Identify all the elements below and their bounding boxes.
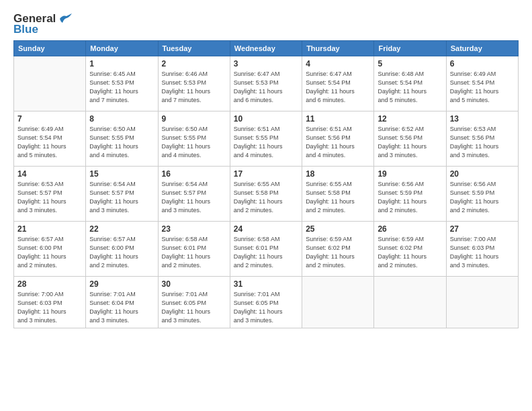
calendar-day-cell: 15Sunrise: 6:54 AM Sunset: 5:57 PM Dayli… [86,167,158,222]
calendar-day-cell: 23Sunrise: 6:58 AM Sunset: 6:01 PM Dayli… [158,222,230,277]
day-number: 14 [17,169,82,179]
weekday-header-cell: Thursday [302,41,374,56]
calendar-day-cell: 5Sunrise: 6:48 AM Sunset: 5:54 PM Daylig… [374,56,446,111]
day-number: 1 [89,59,154,68]
calendar-day-cell [14,56,86,111]
day-number: 22 [89,224,154,234]
day-info: Sunrise: 6:50 AM Sunset: 5:55 PM Dayligh… [89,125,154,160]
day-info: Sunrise: 6:56 AM Sunset: 5:59 PM Dayligh… [450,180,515,215]
day-info: Sunrise: 6:47 AM Sunset: 5:54 PM Dayligh… [306,70,370,105]
day-info: Sunrise: 6:55 AM Sunset: 5:58 PM Dayligh… [306,180,370,215]
day-number: 5 [378,59,442,68]
day-number: 7 [17,114,82,124]
weekday-header-cell: Monday [86,41,158,56]
day-info: Sunrise: 6:47 AM Sunset: 5:53 PM Dayligh… [234,70,298,105]
calendar-day-cell: 19Sunrise: 6:56 AM Sunset: 5:59 PM Dayli… [374,167,446,222]
calendar-day-cell: 28Sunrise: 7:00 AM Sunset: 6:03 PM Dayli… [14,277,86,328]
calendar-day-cell: 16Sunrise: 6:54 AM Sunset: 5:57 PM Dayli… [158,167,230,222]
day-number: 11 [306,114,370,124]
calendar-day-cell [374,277,446,328]
page-header: General Blue [13,12,519,36]
day-info: Sunrise: 7:01 AM Sunset: 6:04 PM Dayligh… [89,290,154,325]
day-info: Sunrise: 6:59 AM Sunset: 6:02 PM Dayligh… [306,235,370,270]
calendar-day-cell: 22Sunrise: 6:57 AM Sunset: 6:00 PM Dayli… [86,222,158,277]
day-info: Sunrise: 6:45 AM Sunset: 5:53 PM Dayligh… [89,70,154,105]
weekday-header-cell: Saturday [446,41,518,56]
day-info: Sunrise: 6:52 AM Sunset: 5:56 PM Dayligh… [378,125,442,160]
day-number: 3 [234,59,298,68]
calendar-day-cell: 4Sunrise: 6:47 AM Sunset: 5:54 PM Daylig… [302,56,374,111]
day-info: Sunrise: 6:58 AM Sunset: 6:01 PM Dayligh… [234,235,298,270]
day-number: 31 [234,279,298,289]
weekday-header-cell: Sunday [14,41,86,56]
day-number: 6 [450,59,515,68]
day-info: Sunrise: 6:49 AM Sunset: 5:54 PM Dayligh… [450,70,515,105]
calendar-day-cell: 24Sunrise: 6:58 AM Sunset: 6:01 PM Dayli… [230,222,302,277]
day-info: Sunrise: 6:46 AM Sunset: 5:53 PM Dayligh… [162,70,226,105]
calendar-day-cell: 30Sunrise: 7:01 AM Sunset: 6:05 PM Dayli… [158,277,230,328]
day-number: 23 [162,224,226,234]
logo-bird-icon [57,13,72,24]
day-info: Sunrise: 6:53 AM Sunset: 5:56 PM Dayligh… [450,125,515,160]
day-info: Sunrise: 6:55 AM Sunset: 5:58 PM Dayligh… [234,180,298,215]
day-info: Sunrise: 6:51 AM Sunset: 5:56 PM Dayligh… [306,125,370,160]
day-number: 28 [17,279,82,289]
calendar-day-cell: 6Sunrise: 6:49 AM Sunset: 5:54 PM Daylig… [446,56,518,111]
day-number: 17 [234,169,298,179]
day-info: Sunrise: 6:57 AM Sunset: 6:00 PM Dayligh… [89,235,154,270]
day-number: 30 [162,279,226,289]
calendar-body: 1Sunrise: 6:45 AM Sunset: 5:53 PM Daylig… [14,56,519,328]
day-info: Sunrise: 6:58 AM Sunset: 6:01 PM Dayligh… [162,235,226,270]
calendar-day-cell: 14Sunrise: 6:53 AM Sunset: 5:57 PM Dayli… [14,167,86,222]
day-number: 27 [450,224,515,234]
calendar-day-cell: 10Sunrise: 6:51 AM Sunset: 5:55 PM Dayli… [230,111,302,167]
calendar-day-cell [302,277,374,328]
calendar-day-cell: 13Sunrise: 6:53 AM Sunset: 5:56 PM Dayli… [446,111,518,167]
calendar-week-row: 1Sunrise: 6:45 AM Sunset: 5:53 PM Daylig… [14,56,519,111]
calendar-day-cell: 1Sunrise: 6:45 AM Sunset: 5:53 PM Daylig… [86,56,158,111]
calendar-day-cell: 31Sunrise: 7:01 AM Sunset: 6:05 PM Dayli… [230,277,302,328]
calendar-day-cell: 2Sunrise: 6:46 AM Sunset: 5:53 PM Daylig… [158,56,230,111]
calendar-day-cell: 11Sunrise: 6:51 AM Sunset: 5:56 PM Dayli… [302,111,374,167]
day-info: Sunrise: 7:00 AM Sunset: 6:03 PM Dayligh… [450,235,515,270]
logo: General Blue [13,12,72,36]
day-number: 18 [306,169,370,179]
day-info: Sunrise: 6:51 AM Sunset: 5:55 PM Dayligh… [234,125,298,160]
calendar-day-cell: 17Sunrise: 6:55 AM Sunset: 5:58 PM Dayli… [230,167,302,222]
day-info: Sunrise: 7:01 AM Sunset: 6:05 PM Dayligh… [162,290,226,325]
day-number: 15 [89,169,154,179]
day-number: 8 [89,114,154,124]
day-number: 16 [162,169,226,179]
day-info: Sunrise: 7:00 AM Sunset: 6:03 PM Dayligh… [17,290,82,325]
day-number: 13 [450,114,515,124]
calendar-day-cell: 7Sunrise: 6:49 AM Sunset: 5:54 PM Daylig… [14,111,86,167]
weekday-header-cell: Tuesday [158,41,230,56]
calendar-day-cell: 12Sunrise: 6:52 AM Sunset: 5:56 PM Dayli… [374,111,446,167]
day-info: Sunrise: 6:59 AM Sunset: 6:02 PM Dayligh… [378,235,442,270]
day-number: 9 [162,114,226,124]
calendar-week-row: 7Sunrise: 6:49 AM Sunset: 5:54 PM Daylig… [14,111,519,167]
calendar-day-cell: 21Sunrise: 6:57 AM Sunset: 6:00 PM Dayli… [14,222,86,277]
day-info: Sunrise: 6:49 AM Sunset: 5:54 PM Dayligh… [17,125,82,160]
calendar-week-row: 21Sunrise: 6:57 AM Sunset: 6:00 PM Dayli… [14,222,519,277]
day-info: Sunrise: 6:48 AM Sunset: 5:54 PM Dayligh… [378,70,442,105]
day-info: Sunrise: 6:50 AM Sunset: 5:55 PM Dayligh… [162,125,226,160]
day-number: 29 [89,279,154,289]
calendar-day-cell: 27Sunrise: 7:00 AM Sunset: 6:03 PM Dayli… [446,222,518,277]
weekday-header-cell: Friday [374,41,446,56]
day-info: Sunrise: 6:54 AM Sunset: 5:57 PM Dayligh… [89,180,154,215]
calendar-day-cell: 3Sunrise: 6:47 AM Sunset: 5:53 PM Daylig… [230,56,302,111]
calendar-day-cell: 26Sunrise: 6:59 AM Sunset: 6:02 PM Dayli… [374,222,446,277]
day-number: 26 [378,224,442,234]
day-number: 19 [378,169,442,179]
day-number: 12 [378,114,442,124]
day-number: 24 [234,224,298,234]
day-info: Sunrise: 6:54 AM Sunset: 5:57 PM Dayligh… [162,180,226,215]
day-number: 21 [17,224,82,234]
calendar-day-cell: 20Sunrise: 6:56 AM Sunset: 5:59 PM Dayli… [446,167,518,222]
day-number: 25 [306,224,370,234]
day-info: Sunrise: 6:57 AM Sunset: 6:00 PM Dayligh… [17,235,82,270]
day-info: Sunrise: 7:01 AM Sunset: 6:05 PM Dayligh… [234,290,298,325]
calendar-day-cell: 8Sunrise: 6:50 AM Sunset: 5:55 PM Daylig… [86,111,158,167]
weekday-header-row: SundayMondayTuesdayWednesdayThursdayFrid… [14,41,519,56]
